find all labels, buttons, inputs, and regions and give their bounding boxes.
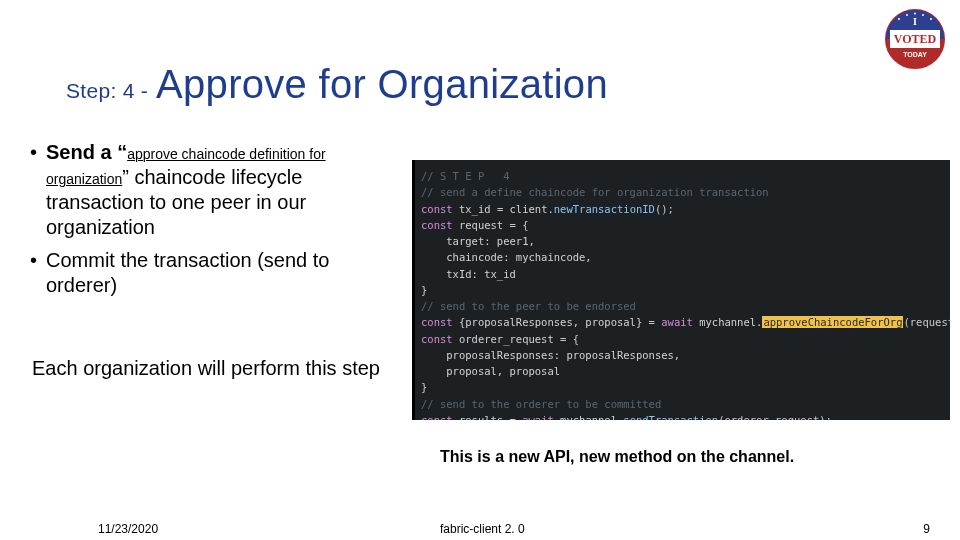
code-line: }	[421, 284, 427, 296]
svg-point-6	[930, 18, 932, 20]
code-kw: const	[421, 219, 453, 231]
title-prefix: Step: 4 -	[66, 79, 148, 103]
code-line: // send to the peer to be endorsed	[421, 300, 636, 312]
code-id: client.	[503, 203, 554, 215]
svg-point-3	[906, 14, 908, 16]
code-id: tx_id	[453, 203, 497, 215]
badge-bot: TODAY	[903, 51, 927, 58]
code-line: txId: tx_id	[421, 268, 516, 280]
svg-point-4	[914, 13, 916, 15]
badge-mid: VOTED	[894, 32, 937, 46]
caption: This is a new API, new method on the cha…	[440, 448, 794, 466]
code-kw: await	[522, 414, 554, 420]
code-block: // S T E P 4 // send a define chaincode …	[412, 160, 950, 420]
code-line: }	[421, 381, 427, 393]
code-line: // send to the orderer to be committed	[421, 398, 661, 410]
code-id: results	[453, 414, 510, 420]
code-pu: {	[566, 333, 579, 345]
after-bullets: Each organization will perform this step	[28, 356, 404, 381]
code-pu: (orderer_request);	[718, 414, 832, 420]
code-id: request	[453, 219, 510, 231]
svg-point-2	[898, 18, 900, 20]
code-kw: const	[421, 203, 453, 215]
code-pu: ();	[655, 203, 674, 215]
badge-top: I	[913, 16, 917, 27]
code-line: // send a define chaincode for organizat…	[421, 186, 769, 198]
code-line: // S T E P 4	[421, 170, 510, 182]
footer-center: fabric-client 2. 0	[440, 522, 525, 536]
code-id: orderer_request	[453, 333, 560, 345]
footer-date: 11/23/2020	[98, 522, 158, 536]
code-line: target: peer1,	[421, 235, 535, 247]
bullet-1: Send a “approve chaincode definition for…	[28, 140, 404, 240]
footer-page: 9	[923, 522, 930, 536]
code-pu: {	[516, 219, 529, 231]
code-kw: await	[661, 316, 693, 328]
title-main: Approve for Organization	[156, 62, 608, 107]
left-column: Send a “approve chaincode definition for…	[28, 140, 404, 381]
code-id: mychannel.	[554, 414, 624, 420]
code-fn: sendTransaction	[623, 414, 718, 420]
code-highlight: approveChaincodeForOrg	[762, 316, 903, 328]
title-row: Step: 4 - Approve for Organization	[66, 62, 608, 107]
code-line: proposal, proposal	[421, 365, 560, 377]
code-id: {proposalResponses, proposal}	[453, 316, 649, 328]
code-line: chaincode: mychaincode,	[421, 251, 592, 263]
code-pu: (request);	[903, 316, 950, 328]
code-kw: const	[421, 333, 453, 345]
svg-point-5	[922, 14, 924, 16]
slide: Step: 4 - Approve for Organization I VOT…	[0, 0, 960, 540]
bullet-1-lead: Send a “	[46, 141, 127, 163]
code-kw: const	[421, 414, 453, 420]
code-line: proposalResponses: proposalResponses,	[421, 349, 680, 361]
bullet-2: Commit the transaction (send to orderer)	[28, 248, 404, 298]
code-id: mychannel.	[693, 316, 763, 328]
bullet-list: Send a “approve chaincode definition for…	[28, 140, 404, 298]
code-fn: newTransactionID	[554, 203, 655, 215]
code-kw: const	[421, 316, 453, 328]
voted-badge-icon: I VOTED TODAY	[884, 8, 946, 70]
